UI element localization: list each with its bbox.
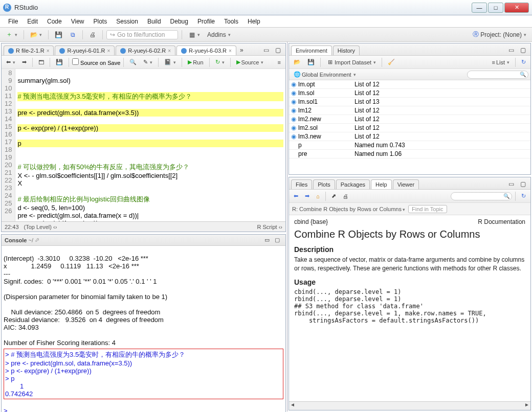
maximize-button[interactable]: □ (488, 3, 503, 13)
env-row[interactable]: ◉lm.sol1List of 13 (289, 98, 530, 106)
open-file-button[interactable]: 📂 (28, 30, 45, 40)
save-all-button[interactable]: ⧉ (66, 30, 79, 40)
help-print-button[interactable]: 🖨 (340, 192, 351, 201)
env-row[interactable]: pNamed num 0.743 (289, 141, 530, 150)
editor-tab[interactable]: R-yueyi-6-01.R× (55, 45, 115, 55)
help-title: Combine R Objects by Rows or Columns (294, 228, 525, 240)
editor-tab[interactable]: R-yueyi-6-02.R× (116, 45, 175, 55)
code-line: d <- seq(0, 5, len=100) (17, 204, 85, 212)
find-in-topic-input[interactable]: Find in Topic (408, 205, 447, 213)
help-content[interactable]: cbind {base} R Documentation Combine R O… (289, 215, 530, 401)
code-line: X (17, 179, 22, 187)
find-button[interactable]: 🔍 (127, 57, 139, 67)
help-tab-packages[interactable]: Packages (336, 179, 370, 189)
help-hscrollbar[interactable] (289, 401, 530, 410)
env-max-button[interactable]: ▢ (518, 45, 528, 55)
addins-button[interactable]: Addins (205, 30, 233, 40)
help-max-button[interactable]: ▢ (518, 179, 528, 189)
menu-code[interactable]: Code (43, 16, 66, 27)
help-refresh-button[interactable]: ↻ (519, 191, 528, 201)
load-ws-button[interactable]: 📂 (291, 57, 303, 67)
code-line: # 可以做控制，如有50%的牛有反应，其电流强度为多少？ (17, 163, 189, 171)
env-view-mode[interactable]: ≡ List (489, 58, 512, 67)
main-toolbar: ＋ 📂 💾 ⧉ 🖨 ↪Go to file/function ▦ Addins … (0, 28, 532, 42)
help-tab-viewer[interactable]: Viewer (393, 179, 419, 189)
menu-help[interactable]: Help (243, 16, 264, 27)
source-on-save-checkbox[interactable]: Source on Save (72, 58, 120, 66)
help-topic-name: cbind {base} (294, 218, 328, 225)
env-scope[interactable]: 🌐 Global Environment (291, 70, 359, 79)
code-line: p <- exp(pre) / (1+exp(pre)) (17, 219, 98, 221)
save-file-button[interactable]: 💾 (53, 57, 65, 67)
console-min-button[interactable]: ▭ (262, 235, 272, 245)
goto-file-input[interactable]: ↪Go to file/function (106, 30, 178, 39)
nav-back-button[interactable]: ⬅ (4, 57, 18, 67)
import-dataset-button[interactable]: ⊞ Import Dataset (324, 57, 379, 67)
env-row[interactable]: ◉lm2.solList of 12 (289, 124, 530, 132)
help-toolbar: ⬅ ➡ ⌂ ⬈ 🖨 ↻ (289, 190, 530, 203)
close-button[interactable]: ✕ (504, 3, 529, 13)
more-tabs-button[interactable]: » (237, 45, 246, 55)
menu-edit[interactable]: Edit (23, 16, 42, 27)
env-search-input[interactable] (467, 71, 528, 79)
code-line: p <- exp(pre) / (1+exp(pre)) (17, 124, 283, 132)
menu-debug[interactable]: Debug (166, 16, 192, 27)
help-tab-files[interactable]: Files (291, 179, 312, 189)
env-row[interactable]: ◉lm.optList of 12 (289, 80, 530, 89)
project-menu[interactable]: Ⓡ Project: (None) (470, 29, 529, 40)
help-breadcrumb[interactable]: R: Combine R Objects by Rows or Columns (292, 206, 405, 212)
show-in-new-button[interactable]: 🗔 (36, 58, 47, 67)
env-refresh-button[interactable]: ↻ (519, 57, 528, 67)
menu-session[interactable]: Session (112, 16, 142, 27)
menu-file[interactable]: File (4, 16, 22, 27)
editor-min-button[interactable]: ▭ (261, 45, 272, 55)
env-row[interactable]: ◉lm12List of 12 (289, 106, 530, 115)
env-row[interactable]: ◉lm3.newList of 12 (289, 132, 530, 141)
run-button[interactable]: ▶Run (185, 57, 206, 67)
help-fwd-button[interactable]: ➡ (302, 191, 312, 201)
menu-plots[interactable]: Plots (90, 16, 112, 27)
wand-button[interactable]: ✎ (141, 57, 155, 67)
console-body: (Intercept) -3.3010 0.3238 -10.20 <2e-16… (4, 255, 167, 347)
menu-build[interactable]: Build (143, 16, 165, 27)
env-row[interactable]: preNamed num 1.06 (289, 150, 530, 158)
save-ws-button[interactable]: 💾 (305, 57, 317, 67)
menu-tools[interactable]: Tools (220, 16, 242, 27)
print-button[interactable]: 🖨 (86, 30, 99, 40)
menu-view[interactable]: View (67, 16, 88, 27)
help-back-button[interactable]: ⬅ (291, 191, 301, 201)
help-description: Take a sequence of vector, matrix or dat… (294, 256, 525, 273)
help-tab-plots[interactable]: Plots (313, 179, 335, 189)
help-search-input[interactable] (451, 192, 512, 200)
console-prompt[interactable]: > (4, 407, 9, 412)
outline-button[interactable]: ≡ (275, 58, 283, 67)
help-min-button[interactable]: ▭ (506, 179, 517, 189)
code-editor[interactable]: 891011121314151617181920212223242526 sum… (2, 69, 285, 221)
rerun-button[interactable]: ↻ (213, 57, 227, 67)
language-mode[interactable]: R Script ‹› (257, 224, 282, 230)
menu-bar: FileEditCodeViewPlotsSessionBuildDebugPr… (0, 15, 532, 28)
source-button[interactable]: ▶Source (234, 57, 267, 67)
console-output[interactable]: (Intercept) -3.3010 0.3238 -10.20 <2e-16… (2, 246, 285, 412)
help-popout-button[interactable]: ⬈ (329, 191, 339, 201)
env-row[interactable]: ◉lm2.newList of 12 (289, 115, 530, 124)
env-tab-history[interactable]: History (333, 45, 360, 55)
menu-profile[interactable]: Profile (193, 16, 219, 27)
code-line: pre <- predict(glm.sol, data.frame(x = d… (17, 212, 139, 219)
editor-max-button[interactable]: ▢ (273, 45, 283, 55)
help-home-button[interactable]: ⌂ (314, 192, 322, 201)
editor-tab[interactable]: R-yueyi-6-03.R× (176, 45, 236, 55)
new-file-button[interactable]: ＋ (3, 29, 20, 40)
grid-button[interactable]: ▦ (186, 30, 203, 40)
help-tab-help[interactable]: Help (371, 179, 392, 189)
console-max-button[interactable]: ▢ (272, 235, 282, 245)
env-tab-environment[interactable]: Environment (291, 45, 332, 55)
save-button[interactable]: 💾 (52, 30, 64, 40)
minimize-button[interactable]: — (472, 3, 487, 13)
editor-tab[interactable]: R file-2-1.R× (4, 45, 54, 55)
clear-ws-button[interactable]: 🧹 (385, 57, 397, 67)
env-min-button[interactable]: ▭ (506, 45, 517, 55)
nav-fwd-button[interactable]: ➡ (19, 57, 29, 67)
compile-button[interactable]: 📓 (162, 57, 179, 67)
env-row[interactable]: ◉lm.solList of 12 (289, 89, 530, 98)
